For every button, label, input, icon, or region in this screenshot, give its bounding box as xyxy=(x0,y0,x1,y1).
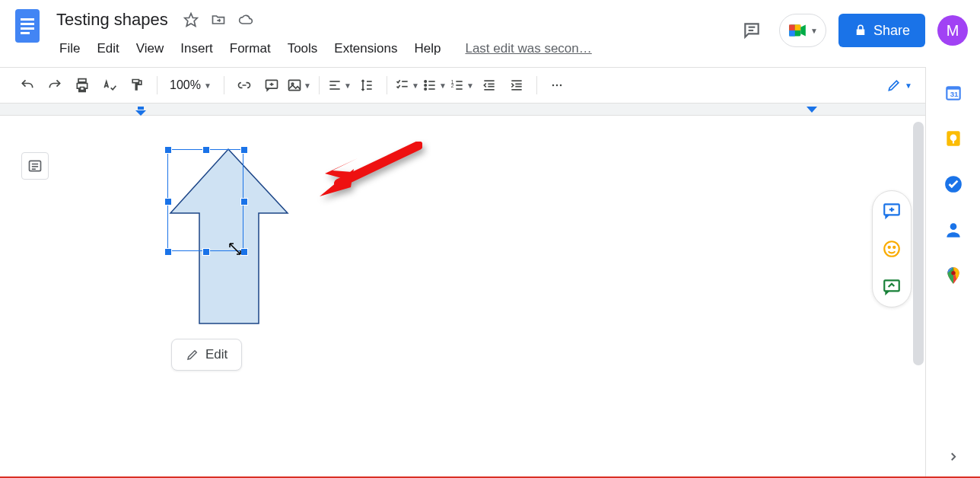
share-button[interactable]: Share xyxy=(838,14,925,47)
svg-point-26 xyxy=(425,81,427,83)
share-label: Share xyxy=(873,23,910,39)
separator xyxy=(319,76,320,94)
account-avatar[interactable]: M xyxy=(937,15,968,46)
contacts-icon[interactable] xyxy=(943,219,964,241)
resize-handle-sw[interactable] xyxy=(164,248,172,256)
svg-point-46 xyxy=(556,84,558,87)
svg-rect-69 xyxy=(952,140,953,143)
caret-down-icon: ▼ xyxy=(810,27,818,35)
left-indent-marker[interactable] xyxy=(135,107,146,116)
checklist-button[interactable]: ▼ xyxy=(395,73,419,97)
toolbar: 100%▼ ▼ ▼ ▼ ▼ 12▼ ▼ xyxy=(0,67,980,104)
menu-file[interactable]: File xyxy=(52,38,88,59)
svg-marker-56 xyxy=(320,169,354,196)
cloud-status-icon[interactable] xyxy=(237,11,255,29)
selected-drawing[interactable] xyxy=(167,145,289,327)
svg-point-45 xyxy=(552,84,555,87)
svg-rect-11 xyxy=(789,30,795,37)
maps-icon[interactable] xyxy=(943,265,964,286)
resize-handle-se[interactable] xyxy=(240,248,248,256)
svg-rect-4 xyxy=(21,32,30,34)
header-right: ▼ Share M xyxy=(737,6,968,47)
vertical-scrollbar[interactable] xyxy=(913,122,924,365)
svg-point-71 xyxy=(950,223,956,230)
keep-icon[interactable] xyxy=(943,128,964,149)
menu-format[interactable]: Format xyxy=(222,38,278,59)
resize-handle-e[interactable] xyxy=(240,198,248,206)
svg-point-60 xyxy=(884,241,899,257)
selection-border xyxy=(167,149,243,251)
last-edit-link[interactable]: Last edit was secon… xyxy=(465,41,591,56)
print-button[interactable] xyxy=(70,73,94,97)
separator xyxy=(224,76,224,94)
show-outline-button[interactable] xyxy=(21,152,49,180)
title-block: Testing shapes File Edit View Insert For… xyxy=(52,6,737,62)
menu-insert[interactable]: Insert xyxy=(173,38,221,59)
svg-text:31: 31 xyxy=(950,90,958,98)
bulleted-list-button[interactable]: ▼ xyxy=(422,73,447,97)
svg-marker-5 xyxy=(184,14,197,27)
resize-handle-ne[interactable] xyxy=(240,146,248,154)
svg-rect-1 xyxy=(21,18,34,21)
suggest-edits-button[interactable] xyxy=(880,275,904,299)
svg-point-47 xyxy=(560,84,562,87)
svg-rect-63 xyxy=(884,280,899,291)
align-button[interactable]: ▼ xyxy=(327,73,352,97)
decrease-indent-button[interactable] xyxy=(477,73,501,97)
svg-text:2: 2 xyxy=(451,83,454,88)
add-emoji-button[interactable] xyxy=(880,237,904,261)
floating-tools xyxy=(872,190,912,308)
move-folder-icon[interactable] xyxy=(209,11,228,29)
menu-help[interactable]: Help xyxy=(406,38,448,59)
menu-view[interactable]: View xyxy=(129,38,172,59)
increase-indent-button[interactable] xyxy=(504,73,529,97)
comment-history-icon[interactable] xyxy=(737,15,767,46)
resize-handle-n[interactable] xyxy=(202,146,210,154)
line-spacing-button[interactable] xyxy=(355,73,379,97)
add-comment-button[interactable] xyxy=(259,73,284,97)
editing-mode-button[interactable]: ▼ xyxy=(880,75,918,96)
docs-logo[interactable] xyxy=(12,6,43,46)
annotation-arrow-icon xyxy=(316,142,422,202)
svg-rect-0 xyxy=(15,9,40,43)
zoom-dropdown[interactable]: 100%▼ xyxy=(165,78,216,92)
meet-button[interactable]: ▼ xyxy=(779,14,826,47)
svg-marker-50 xyxy=(807,107,817,113)
numbered-list-button[interactable]: 12▼ xyxy=(450,73,474,97)
svg-rect-10 xyxy=(795,24,801,30)
svg-rect-9 xyxy=(789,24,795,30)
star-icon[interactable] xyxy=(182,11,200,29)
menu-edit[interactable]: Edit xyxy=(89,38,126,59)
paint-format-button[interactable] xyxy=(125,73,149,97)
edit-label: Edit xyxy=(205,347,228,362)
svg-point-27 xyxy=(425,84,427,87)
svg-marker-55 xyxy=(322,158,358,195)
spellcheck-button[interactable] xyxy=(97,73,122,97)
insert-image-button[interactable]: ▼ xyxy=(287,73,311,97)
calendar-icon[interactable]: 31 xyxy=(943,82,964,104)
collapse-side-panel-button[interactable] xyxy=(941,445,966,469)
svg-point-28 xyxy=(425,88,427,91)
insert-link-button[interactable] xyxy=(232,73,256,97)
svg-point-68 xyxy=(950,135,956,142)
separator xyxy=(387,76,387,94)
right-indent-marker[interactable] xyxy=(807,107,817,116)
undo-button[interactable] xyxy=(15,73,40,97)
svg-point-61 xyxy=(889,247,890,248)
svg-point-73 xyxy=(951,271,955,275)
resize-handle-s[interactable] xyxy=(202,248,210,256)
redo-button[interactable] xyxy=(43,73,67,97)
ruler[interactable] xyxy=(0,104,980,116)
add-comment-float-button[interactable] xyxy=(880,199,904,223)
edit-drawing-button[interactable]: Edit xyxy=(171,339,242,371)
resize-handle-w[interactable] xyxy=(164,198,172,206)
document-title[interactable]: Testing shapes xyxy=(52,8,173,31)
tasks-icon[interactable] xyxy=(943,174,964,195)
menu-extensions[interactable]: Extensions xyxy=(326,38,405,59)
svg-rect-3 xyxy=(21,27,34,30)
menu-bar: File Edit View Insert Format Tools Exten… xyxy=(52,35,737,62)
menu-tools[interactable]: Tools xyxy=(280,38,326,59)
more-tools-button[interactable] xyxy=(545,73,569,97)
svg-rect-48 xyxy=(138,107,144,110)
resize-handle-nw[interactable] xyxy=(164,146,172,154)
